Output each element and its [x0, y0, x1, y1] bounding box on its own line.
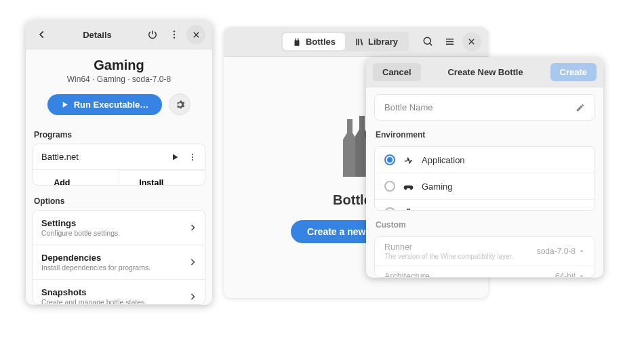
dialog-header-bar: Cancel Create New Bottle Create: [366, 58, 603, 87]
kebab-icon: [169, 30, 179, 39]
kebab-menu-button[interactable]: [165, 25, 184, 44]
plus-icon: [41, 184, 48, 186]
bottle-name-field[interactable]: Bottle Name: [374, 94, 595, 121]
option-snapshots[interactable]: SnapshotsCreate and manage bottle states…: [33, 279, 205, 305]
play-icon: [171, 153, 179, 161]
tab-library[interactable]: Library: [345, 33, 407, 50]
env-custom[interactable]: Custom: [375, 199, 595, 211]
programs-section-label: Programs: [33, 126, 205, 144]
main-header-bar: Bottles Library: [224, 27, 488, 57]
svg-point-5: [192, 159, 193, 161]
custom-section-label: Custom: [374, 215, 595, 232]
power-icon: [148, 30, 157, 39]
dialog-title: Create New Bottle: [447, 67, 523, 77]
options-section-label: Options: [33, 192, 205, 210]
environment-card: Application Gaming Custom: [374, 146, 595, 211]
details-window: Details Gaming Win64 · Gaming · soda-7.0…: [26, 20, 212, 305]
dropdown-icon: [578, 273, 585, 278]
chevron-right-icon: [188, 293, 197, 301]
back-button[interactable]: [33, 25, 52, 44]
add-shortcuts-button[interactable]: Add Shortcuts…: [33, 171, 119, 186]
option-settings[interactable]: SettingsConfigure bottle settings.: [33, 211, 205, 245]
play-program-button[interactable]: [171, 153, 179, 161]
run-label: Run Executable…: [74, 100, 149, 110]
install-programs-button[interactable]: Install Programs…: [119, 170, 205, 186]
tab-label: Bottles: [306, 37, 336, 47]
cancel-button[interactable]: Cancel: [373, 63, 421, 81]
library-tab-icon: [355, 37, 364, 47]
program-name: Battle.net: [41, 152, 79, 162]
chevron-right-icon: [188, 224, 197, 232]
name-placeholder: Bottle Name: [384, 102, 433, 112]
details-header-bar: Details: [26, 20, 212, 49]
edit-icon: [576, 103, 585, 112]
program-menu-button[interactable]: [188, 153, 197, 161]
bottles-tab-icon: [292, 37, 302, 47]
create-button[interactable]: Create: [550, 63, 597, 81]
view-switcher: Bottles Library: [281, 32, 409, 51]
dialog-body: Bottle Name Environment Application Gami…: [366, 87, 603, 278]
details-header-title: Details: [52, 30, 143, 40]
radio-checked-icon: [384, 154, 395, 165]
application-env-icon: [403, 155, 414, 165]
env-application[interactable]: Application: [375, 147, 595, 173]
power-button[interactable]: [143, 25, 162, 44]
custom-card: RunnerThe version of the Wine compatibil…: [374, 236, 595, 278]
play-icon: [61, 101, 68, 108]
close-icon: [468, 38, 475, 45]
bottle-name: Gaming: [94, 58, 144, 73]
download-icon: [127, 184, 134, 186]
search-icon: [423, 37, 433, 47]
environment-label: Environment: [374, 125, 595, 142]
env-gaming[interactable]: Gaming: [375, 173, 595, 199]
svg-point-3: [192, 154, 193, 155]
svg-point-0: [174, 30, 175, 32]
search-button[interactable]: [419, 33, 438, 51]
svg-point-1: [174, 34, 175, 35]
custom-env-icon: [403, 208, 414, 211]
radio-unchecked-icon: [384, 181, 395, 192]
dropdown-icon: [578, 248, 585, 255]
gear-icon: [175, 100, 185, 110]
kebab-icon: [188, 153, 197, 161]
main-menu-button[interactable]: [441, 33, 460, 51]
bottle-meta: Win64 · Gaming · soda-7.0-8: [67, 75, 171, 84]
close-button[interactable]: [186, 25, 205, 44]
custom-architecture-row[interactable]: Architecture 64-bit: [375, 265, 595, 278]
option-dependencies[interactable]: DependenciesInstall dependencies for pro…: [33, 245, 205, 279]
create-bottle-dialog: Cancel Create New Bottle Create Bottle N…: [366, 58, 603, 278]
chevron-right-icon: [188, 258, 197, 266]
chevron-left-icon: [37, 30, 47, 39]
details-body: Gaming Win64 · Gaming · soda-7.0-8 Run E…: [26, 49, 212, 305]
options-card: SettingsConfigure bottle settings. Depen…: [33, 210, 205, 305]
custom-runner-row[interactable]: RunnerThe version of the Wine compatibil…: [375, 237, 595, 265]
programs-card: Battle.net Add Shortcuts… Install Progra…: [33, 144, 205, 186]
radio-unchecked-icon: [384, 207, 395, 211]
tab-bottles[interactable]: Bottles: [283, 33, 345, 50]
program-row: Battle.net: [33, 144, 205, 169]
run-executable-button[interactable]: Run Executable…: [47, 94, 163, 115]
hamburger-icon: [445, 37, 455, 47]
bottle-preferences-button[interactable]: [169, 93, 190, 115]
tab-label: Library: [368, 37, 398, 47]
gaming-env-icon: [403, 182, 414, 192]
close-icon: [193, 31, 200, 39]
svg-point-4: [192, 156, 193, 158]
svg-point-2: [174, 37, 175, 39]
close-button[interactable]: [462, 33, 481, 51]
